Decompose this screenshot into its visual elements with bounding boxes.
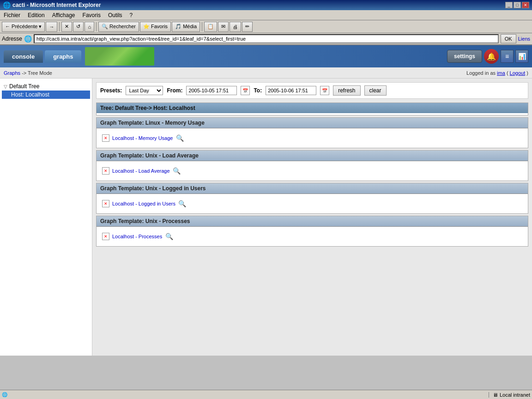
section-header-loggedusers: Graph Template: Unix - Logged in Users [97, 183, 528, 194]
status-bar: 🌐 🖥 Local intranet [0, 390, 532, 399]
menu-edition[interactable]: Edition [26, 12, 47, 19]
maximize-button[interactable]: □ [514, 2, 521, 8]
graph-link-load[interactable]: Localhost - Load Average [112, 168, 170, 174]
broken-img-loggedusers: ✕ [102, 200, 109, 207]
mail-button[interactable]: ✉ [218, 22, 229, 32]
alert-button[interactable]: 🔔 [484, 49, 499, 64]
logout-paren-close: ) [526, 70, 528, 76]
settings-button[interactable]: settings [447, 50, 482, 63]
section-content-processes: ✕ Localhost - Processes 🔍 [97, 227, 528, 246]
print-button[interactable]: 🖨 [230, 22, 241, 32]
section-content-load: ✕ Localhost - Load Average 🔍 [97, 161, 528, 181]
links-label: Liens [518, 36, 530, 42]
login-info: Logged in as ima ( Logout ) [466, 70, 528, 76]
tab-graphs[interactable]: graphs [45, 50, 81, 63]
menu-icon-button[interactable]: ≡ [501, 50, 514, 63]
browser-icon: 🌐 [3, 1, 11, 9]
title-bar-controls: _ □ ✕ [505, 2, 529, 8]
back-button[interactable]: ← Précédente ▾ [2, 22, 45, 32]
refresh-button[interactable]: refresh [333, 85, 360, 96]
home-button[interactable]: ⌂ [85, 22, 94, 32]
graph-placeholder-memory: ✕ Localhost - Memory Usage 🔍 [100, 132, 186, 144]
toolbar-separator-1 [59, 22, 60, 31]
graph-link-loggedusers[interactable]: Localhost - Logged in Users [112, 201, 175, 206]
graph-placeholder-loggedusers: ✕ Localhost - Logged in Users 🔍 [100, 198, 188, 210]
address-bar: Adresse 🌐 OK Liens [0, 33, 532, 45]
search-button[interactable]: 🔍 Rechercher [98, 22, 139, 32]
zoom-icon-memory[interactable]: 🔍 [175, 134, 184, 142]
menu-favoris[interactable]: Favoris [81, 12, 103, 19]
menu-outils[interactable]: Outils [106, 12, 124, 19]
cacti-header: console graphs settings 🔔 ≡ 📊 [0, 45, 532, 67]
go-button[interactable]: OK [501, 34, 516, 43]
breadcrumb-bar: Graphs -> Tree Mode Logged in as ima ( L… [0, 67, 532, 79]
controls-bar: Presets: Last Day Last Week Last Month L… [96, 82, 528, 99]
tab-console[interactable]: console [4, 50, 43, 63]
graph-section-processes: Graph Template: Unix - Processes ✕ Local… [96, 216, 528, 247]
menu-help[interactable]: ? [128, 12, 135, 19]
network-icon: 🖥 [493, 392, 498, 398]
content-area: Presets: Last Day Last Week Last Month L… [92, 79, 532, 356]
graph-section-loggedusers: Graph Template: Unix - Logged in Users ✕… [96, 183, 528, 214]
menu-bar: Fichier Edition Affichage Favoris Outils… [0, 10, 532, 20]
from-calendar-button[interactable]: 📅 [241, 86, 250, 95]
graph-link-processes[interactable]: Localhost - Processes [112, 234, 162, 239]
close-button[interactable]: ✕ [522, 2, 529, 8]
zoom-icon-processes[interactable]: 🔍 [165, 232, 173, 241]
presets-select[interactable]: Last Day Last Week Last Month Last Year [126, 86, 163, 95]
broken-img-load: ✕ [102, 167, 109, 175]
favorites-button[interactable]: ⭐ Favoris [140, 22, 171, 32]
from-date-input[interactable] [186, 86, 237, 95]
sidebar-host-localhost[interactable]: Host: Localhost [2, 91, 90, 99]
to-calendar-button[interactable]: 📅 [320, 86, 329, 95]
section-content-memory: ✕ Localhost - Memory Usage 🔍 [97, 128, 528, 148]
section-header-bold-load: Graph Template: [100, 152, 144, 159]
broken-img-processes: ✕ [102, 233, 109, 240]
hamburger-icon: ≡ [505, 53, 509, 60]
username-link[interactable]: ima [497, 70, 505, 76]
address-input[interactable] [34, 34, 499, 43]
tree-expand-icon: ▽ [4, 84, 7, 89]
tree-header-section: Tree: Default Tree-> Host: Localhost [96, 103, 528, 115]
breadcrumb-current: Tree Mode [28, 70, 52, 76]
section-header-text-loggedusers: Unix - Logged in Users [145, 185, 206, 192]
main-area: ▽ Default Tree Host: Localhost Presets: … [0, 79, 532, 356]
zone-text: Local intranet [500, 392, 530, 398]
graph-section-memory: Graph Template: Linux - Memory Usage ✕ L… [96, 117, 528, 148]
section-header-text-processes: Unix - Processes [145, 218, 190, 224]
graph-placeholder-processes: ✕ Localhost - Processes 🔍 [100, 230, 175, 242]
clear-button[interactable]: clear [364, 85, 387, 96]
minimize-button[interactable]: _ [505, 2, 513, 8]
address-icon: 🌐 [24, 35, 32, 42]
address-label: Adresse [2, 36, 22, 42]
chart-icon-button[interactable]: 📊 [515, 50, 528, 63]
breadcrumb-graphs[interactable]: Graphs [4, 70, 20, 76]
graph-link-memory[interactable]: Localhost - Memory Usage [112, 135, 173, 141]
history-button[interactable]: 📋 [204, 22, 217, 32]
section-header-text-memory: Linux - Memory Usage [145, 120, 205, 126]
chart-icon: 📊 [518, 53, 526, 60]
menu-fichier[interactable]: Fichier [2, 12, 22, 19]
forward-button[interactable]: → [46, 22, 57, 32]
header-logo [85, 47, 154, 66]
title-bar: 🌐 cacti - Microsoft Internet Explorer _ … [0, 0, 532, 10]
breadcrumb-separator: -> [22, 70, 28, 76]
refresh-button[interactable]: ↺ [73, 22, 84, 32]
sidebar-default-tree[interactable]: ▽ Default Tree [2, 82, 90, 91]
menu-affichage[interactable]: Affichage [50, 12, 77, 19]
sidebar: ▽ Default Tree Host: Localhost [0, 79, 92, 356]
section-content-loggedusers: ✕ Localhost - Logged in Users 🔍 [97, 194, 528, 213]
edit-button[interactable]: ✏ [242, 22, 253, 32]
sidebar-host-label: Host: Localhost [11, 91, 49, 98]
zoom-icon-loggedusers[interactable]: 🔍 [178, 200, 187, 208]
logout-paren: ( [507, 70, 508, 76]
logout-link[interactable]: Logout [510, 70, 526, 76]
window-title: cacti - Microsoft Internet Explorer [12, 2, 101, 8]
zoom-icon-load[interactable]: 🔍 [173, 167, 181, 175]
media-button[interactable]: 🎵 Média [172, 22, 200, 32]
sidebar-tree-label: Default Tree [9, 83, 39, 90]
stop-button[interactable]: ✕ [61, 22, 72, 32]
to-date-input[interactable] [266, 86, 316, 95]
toolbar-separator-3 [202, 22, 202, 31]
from-label: From: [167, 87, 182, 94]
